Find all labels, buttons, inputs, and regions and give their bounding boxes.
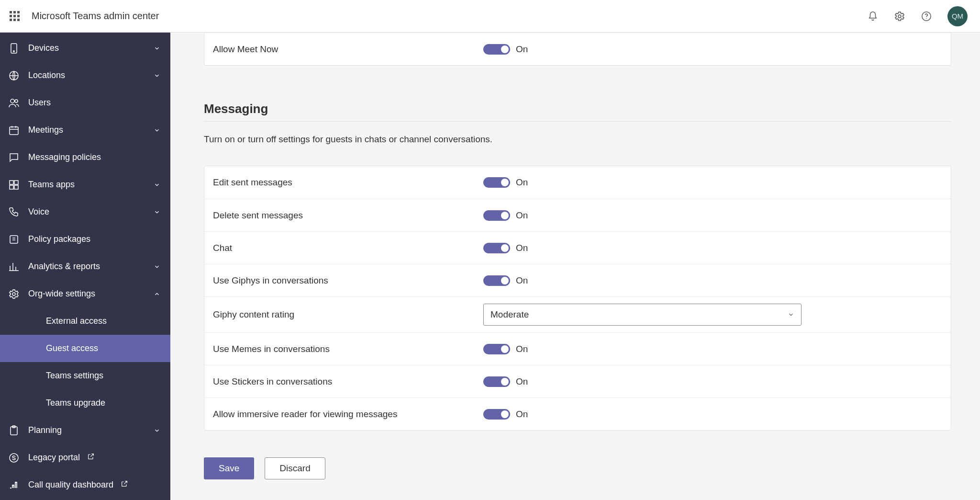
setting-label: Use Stickers in conversations — [213, 376, 483, 387]
bars-icon — [7, 260, 21, 273]
toggle-switch — [483, 275, 510, 286]
dropdown-value: Moderate — [490, 309, 788, 320]
package-icon — [7, 233, 21, 246]
chevron-down-icon — [788, 311, 794, 318]
setting-label: Allow immersive reader for viewing messa… — [213, 409, 483, 420]
toggle-state: On — [516, 376, 528, 387]
toggle-edit-sent-messages[interactable]: On — [483, 177, 528, 188]
waffle-icon — [10, 11, 20, 21]
discard-button[interactable]: Discard — [265, 457, 325, 479]
sidebar-item-analytics[interactable]: Analytics & reports — [0, 253, 170, 280]
toggle-switch — [483, 243, 510, 253]
toggle-use-giphys[interactable]: On — [483, 275, 528, 286]
sidebar-item-devices[interactable]: Devices — [0, 34, 170, 62]
setting-label: Giphy content rating — [213, 309, 483, 320]
sidebar-item-teams-settings[interactable]: Teams settings — [0, 362, 170, 389]
dropdown-giphy-content-rating[interactable]: Moderate — [483, 304, 802, 326]
sidebar-item-planning[interactable]: Planning — [0, 417, 170, 444]
sidebar-item-users[interactable]: Users — [0, 89, 170, 116]
chevron-down-icon — [147, 127, 167, 134]
setting-label: Allow Meet Now — [213, 44, 483, 55]
sidebar-item-messaging-policies[interactable]: Messaging policies — [0, 144, 170, 171]
toggle-state: On — [516, 44, 528, 55]
nav-label: Org-wide settings — [28, 289, 147, 299]
nav-label: Teams apps — [28, 180, 147, 190]
app-launcher-button[interactable] — [5, 7, 24, 26]
bell-icon — [868, 11, 878, 22]
section-title-messaging: Messaging — [204, 102, 951, 116]
account-avatar[interactable]: QM — [947, 6, 968, 26]
chevron-down-icon — [147, 263, 167, 270]
toggle-switch — [483, 409, 510, 420]
setting-label: Edit sent messages — [213, 177, 483, 188]
settings-button[interactable] — [894, 11, 905, 22]
toggle-allow-meet-now[interactable]: On — [483, 44, 528, 55]
nav-label: Meetings — [28, 125, 147, 135]
calendar-icon — [7, 124, 21, 137]
main-content: Allow Meet Now On Messaging Turn on or t… — [170, 33, 980, 500]
section-divider — [204, 121, 951, 122]
question-icon — [921, 11, 932, 22]
nav-label: Locations — [28, 70, 147, 80]
svg-point-14 — [12, 293, 15, 295]
sidebar-item-locations[interactable]: Locations — [0, 62, 170, 89]
nav-label: Teams upgrade — [46, 398, 170, 408]
chevron-down-icon — [147, 45, 167, 52]
sidebar-item-legacy-portal[interactable]: Legacy portal — [0, 444, 170, 471]
svg-rect-8 — [10, 127, 18, 135]
setting-label: Use Memes in conversations — [213, 344, 483, 354]
gear-icon — [894, 11, 905, 22]
svg-point-7 — [15, 100, 18, 102]
toggle-switch — [483, 210, 510, 221]
nav-label: Call quality dashboard — [28, 480, 170, 490]
topbar: Microsoft Teams admin center QM — [0, 0, 980, 33]
sidebar-item-teams-upgrade[interactable]: Teams upgrade — [0, 389, 170, 417]
svg-point-4 — [13, 50, 14, 51]
toggle-immersive-reader[interactable]: On — [483, 409, 528, 420]
setting-label: Chat — [213, 243, 483, 253]
sidebar-item-org-wide-settings[interactable]: Org-wide settings — [0, 280, 170, 307]
sidebar-item-call-quality-dashboard[interactable]: Call quality dashboard — [0, 471, 170, 499]
sidebar-item-external-access[interactable]: External access — [0, 307, 170, 335]
toggle-use-stickers[interactable]: On — [483, 376, 528, 387]
users-icon — [7, 96, 21, 110]
external-link-icon — [121, 480, 128, 488]
sidebar-item-meetings[interactable]: Meetings — [0, 116, 170, 144]
toggle-use-memes[interactable]: On — [483, 344, 528, 354]
sidebar: Devices Locations Users Meetings — [0, 33, 170, 500]
sidebar-item-guest-access[interactable]: Guest access — [0, 335, 170, 362]
svg-rect-9 — [10, 181, 13, 184]
svg-point-6 — [11, 99, 14, 103]
globe-icon — [7, 69, 21, 82]
toggle-chat[interactable]: On — [483, 243, 528, 253]
toggle-state: On — [516, 177, 528, 188]
sidebar-item-policy-packages[interactable]: Policy packages — [0, 226, 170, 253]
chevron-down-icon — [147, 182, 167, 188]
svg-rect-11 — [10, 185, 13, 189]
device-icon — [7, 42, 21, 55]
skype-icon — [7, 451, 21, 465]
save-button[interactable]: Save — [204, 457, 254, 479]
notifications-button[interactable] — [867, 11, 879, 22]
toggle-state: On — [516, 344, 528, 354]
help-button[interactable] — [921, 11, 932, 22]
toggle-switch — [483, 344, 510, 354]
toggle-delete-sent-messages[interactable]: On — [483, 210, 528, 221]
nav-label: Analytics & reports — [28, 261, 147, 272]
svg-rect-10 — [14, 181, 18, 184]
nav-label: Guest access — [46, 343, 170, 353]
chevron-down-icon — [147, 209, 167, 216]
svg-rect-13 — [10, 236, 18, 243]
app-title: Microsoft Teams admin center — [32, 11, 159, 22]
svg-rect-12 — [14, 185, 18, 189]
sidebar-item-teams-apps[interactable]: Teams apps — [0, 171, 170, 198]
chevron-down-icon — [147, 427, 167, 434]
calling-card-partial: Allow Meet Now On — [204, 33, 951, 66]
action-bar: Save Discard — [204, 457, 951, 479]
toggle-switch — [483, 376, 510, 387]
nav-label: Voice — [28, 207, 147, 217]
nav-label: Legacy portal — [28, 453, 170, 463]
chat-icon — [7, 151, 21, 164]
sidebar-item-voice[interactable]: Voice — [0, 198, 170, 226]
svg-point-2 — [926, 18, 926, 18]
